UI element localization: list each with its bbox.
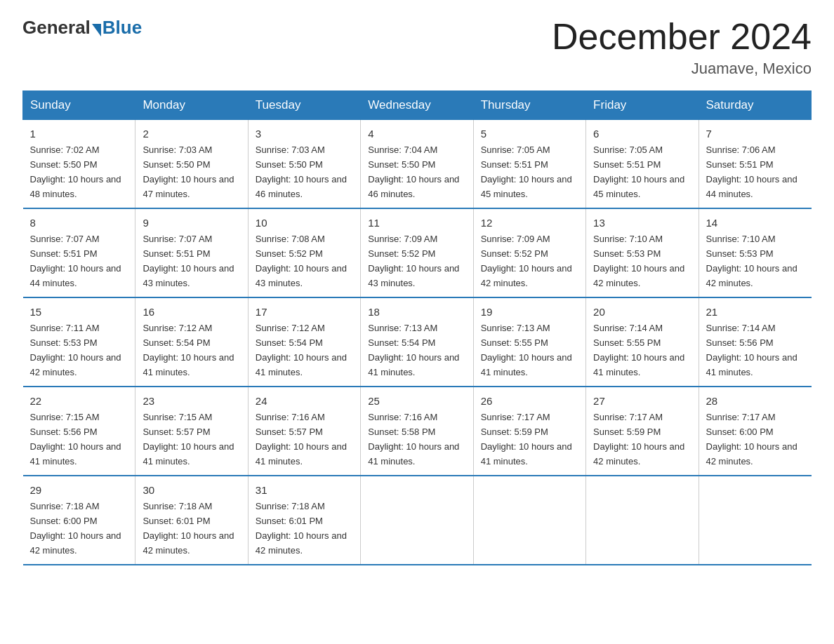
day-number: 4 [368, 126, 465, 142]
day-number: 14 [706, 215, 805, 231]
calendar-cell: 4Sunrise: 7:04 AMSunset: 5:50 PMDaylight… [361, 120, 473, 208]
calendar-table: SundayMondayTuesdayWednesdayThursdayFrid… [22, 90, 812, 565]
calendar-cell: 31Sunrise: 7:18 AMSunset: 6:01 PMDayligh… [248, 476, 360, 565]
weekday-header-wednesday: Wednesday [361, 91, 473, 120]
day-info: Sunrise: 7:16 AMSunset: 5:57 PMDaylight:… [256, 412, 347, 467]
day-number: 18 [368, 304, 465, 320]
logo: General Blue [22, 17, 142, 39]
logo-blue-text: Blue [102, 17, 142, 39]
day-number: 25 [368, 393, 465, 409]
calendar-cell: 25Sunrise: 7:16 AMSunset: 5:58 PMDayligh… [361, 387, 473, 476]
day-info: Sunrise: 7:17 AMSunset: 5:59 PMDaylight:… [593, 412, 684, 467]
calendar-cell [361, 476, 473, 565]
day-info: Sunrise: 7:15 AMSunset: 5:57 PMDaylight:… [143, 412, 234, 467]
calendar-cell [699, 476, 811, 565]
day-number: 6 [593, 126, 691, 142]
logo-general-text: General [22, 17, 91, 39]
calendar-cell: 10Sunrise: 7:08 AMSunset: 5:52 PMDayligh… [248, 208, 360, 297]
calendar-week-row: 1Sunrise: 7:02 AMSunset: 5:50 PMDaylight… [23, 120, 812, 208]
calendar-cell: 18Sunrise: 7:13 AMSunset: 5:54 PMDayligh… [361, 297, 473, 387]
day-info: Sunrise: 7:02 AMSunset: 5:50 PMDaylight:… [30, 145, 121, 199]
day-info: Sunrise: 7:10 AMSunset: 5:53 PMDaylight:… [593, 234, 684, 288]
day-number: 21 [706, 304, 805, 320]
location-subtitle: Juamave, Mexico [552, 60, 812, 78]
calendar-cell: 24Sunrise: 7:16 AMSunset: 5:57 PMDayligh… [248, 387, 360, 476]
day-info: Sunrise: 7:06 AMSunset: 5:51 PMDaylight:… [706, 145, 797, 199]
day-number: 3 [256, 126, 353, 142]
calendar-cell: 19Sunrise: 7:13 AMSunset: 5:55 PMDayligh… [473, 297, 585, 387]
calendar-cell: 26Sunrise: 7:17 AMSunset: 5:59 PMDayligh… [473, 387, 585, 476]
calendar-cell: 3Sunrise: 7:03 AMSunset: 5:50 PMDaylight… [248, 120, 360, 208]
day-info: Sunrise: 7:18 AMSunset: 6:01 PMDaylight:… [143, 501, 234, 556]
day-info: Sunrise: 7:07 AMSunset: 5:51 PMDaylight:… [143, 234, 234, 288]
calendar-cell: 29Sunrise: 7:18 AMSunset: 6:00 PMDayligh… [23, 476, 135, 565]
calendar-cell: 11Sunrise: 7:09 AMSunset: 5:52 PMDayligh… [361, 208, 473, 297]
day-number: 19 [481, 304, 578, 320]
calendar-cell: 27Sunrise: 7:17 AMSunset: 5:59 PMDayligh… [586, 387, 699, 476]
calendar-cell: 1Sunrise: 7:02 AMSunset: 5:50 PMDaylight… [23, 120, 135, 208]
calendar-cell: 15Sunrise: 7:11 AMSunset: 5:53 PMDayligh… [23, 297, 135, 387]
day-number: 1 [30, 126, 128, 142]
day-number: 7 [706, 126, 805, 142]
day-info: Sunrise: 7:18 AMSunset: 6:00 PMDaylight:… [30, 501, 121, 556]
day-info: Sunrise: 7:17 AMSunset: 6:00 PMDaylight:… [706, 412, 797, 467]
weekday-header-row: SundayMondayTuesdayWednesdayThursdayFrid… [23, 91, 812, 120]
day-number: 15 [30, 304, 128, 320]
weekday-header-thursday: Thursday [473, 91, 585, 120]
day-number: 16 [143, 304, 240, 320]
day-info: Sunrise: 7:09 AMSunset: 5:52 PMDaylight:… [368, 234, 459, 288]
calendar-week-row: 8Sunrise: 7:07 AMSunset: 5:51 PMDaylight… [23, 208, 812, 297]
calendar-cell: 14Sunrise: 7:10 AMSunset: 5:53 PMDayligh… [699, 208, 811, 297]
day-info: Sunrise: 7:15 AMSunset: 5:56 PMDaylight:… [30, 412, 121, 467]
day-number: 23 [143, 393, 240, 409]
day-info: Sunrise: 7:10 AMSunset: 5:53 PMDaylight:… [706, 234, 797, 288]
calendar-week-row: 29Sunrise: 7:18 AMSunset: 6:00 PMDayligh… [23, 476, 812, 565]
day-number: 31 [256, 482, 353, 498]
day-info: Sunrise: 7:18 AMSunset: 6:01 PMDaylight:… [256, 501, 347, 556]
day-number: 8 [30, 215, 128, 231]
calendar-cell: 16Sunrise: 7:12 AMSunset: 5:54 PMDayligh… [135, 297, 248, 387]
main-title: December 2024 [552, 17, 812, 57]
day-info: Sunrise: 7:13 AMSunset: 5:55 PMDaylight:… [481, 323, 572, 377]
day-number: 22 [30, 393, 128, 409]
day-number: 11 [368, 215, 465, 231]
calendar-cell: 2Sunrise: 7:03 AMSunset: 5:50 PMDaylight… [135, 120, 248, 208]
calendar-cell: 28Sunrise: 7:17 AMSunset: 6:00 PMDayligh… [699, 387, 811, 476]
calendar-cell: 21Sunrise: 7:14 AMSunset: 5:56 PMDayligh… [699, 297, 811, 387]
day-number: 28 [706, 393, 805, 409]
day-number: 30 [143, 482, 240, 498]
calendar-week-row: 22Sunrise: 7:15 AMSunset: 5:56 PMDayligh… [23, 387, 812, 476]
day-info: Sunrise: 7:05 AMSunset: 5:51 PMDaylight:… [481, 145, 572, 199]
day-number: 12 [481, 215, 578, 231]
day-info: Sunrise: 7:03 AMSunset: 5:50 PMDaylight:… [143, 145, 234, 199]
weekday-header-monday: Monday [135, 91, 248, 120]
day-number: 5 [481, 126, 578, 142]
weekday-header-sunday: Sunday [23, 91, 135, 120]
calendar-cell: 20Sunrise: 7:14 AMSunset: 5:55 PMDayligh… [586, 297, 699, 387]
day-number: 10 [256, 215, 353, 231]
calendar-cell: 6Sunrise: 7:05 AMSunset: 5:51 PMDaylight… [586, 120, 699, 208]
day-info: Sunrise: 7:04 AMSunset: 5:50 PMDaylight:… [368, 145, 459, 199]
calendar-week-row: 15Sunrise: 7:11 AMSunset: 5:53 PMDayligh… [23, 297, 812, 387]
day-number: 2 [143, 126, 240, 142]
day-info: Sunrise: 7:14 AMSunset: 5:55 PMDaylight:… [593, 323, 684, 377]
day-info: Sunrise: 7:08 AMSunset: 5:52 PMDaylight:… [256, 234, 347, 288]
day-info: Sunrise: 7:03 AMSunset: 5:50 PMDaylight:… [256, 145, 347, 199]
day-info: Sunrise: 7:12 AMSunset: 5:54 PMDaylight:… [143, 323, 234, 377]
calendar-cell: 7Sunrise: 7:06 AMSunset: 5:51 PMDaylight… [699, 120, 811, 208]
day-info: Sunrise: 7:17 AMSunset: 5:59 PMDaylight:… [481, 412, 572, 467]
day-number: 20 [593, 304, 691, 320]
calendar-cell: 9Sunrise: 7:07 AMSunset: 5:51 PMDaylight… [135, 208, 248, 297]
day-info: Sunrise: 7:07 AMSunset: 5:51 PMDaylight:… [30, 234, 121, 288]
calendar-cell: 23Sunrise: 7:15 AMSunset: 5:57 PMDayligh… [135, 387, 248, 476]
day-info: Sunrise: 7:14 AMSunset: 5:56 PMDaylight:… [706, 323, 797, 377]
calendar-cell: 8Sunrise: 7:07 AMSunset: 5:51 PMDaylight… [23, 208, 135, 297]
day-number: 13 [593, 215, 691, 231]
page-header: General Blue December 2024 Juamave, Mexi… [22, 17, 812, 78]
calendar-cell [586, 476, 699, 565]
calendar-cell: 30Sunrise: 7:18 AMSunset: 6:01 PMDayligh… [135, 476, 248, 565]
day-number: 24 [256, 393, 353, 409]
day-number: 29 [30, 482, 128, 498]
weekday-header-saturday: Saturday [699, 91, 811, 120]
weekday-header-friday: Friday [586, 91, 699, 120]
